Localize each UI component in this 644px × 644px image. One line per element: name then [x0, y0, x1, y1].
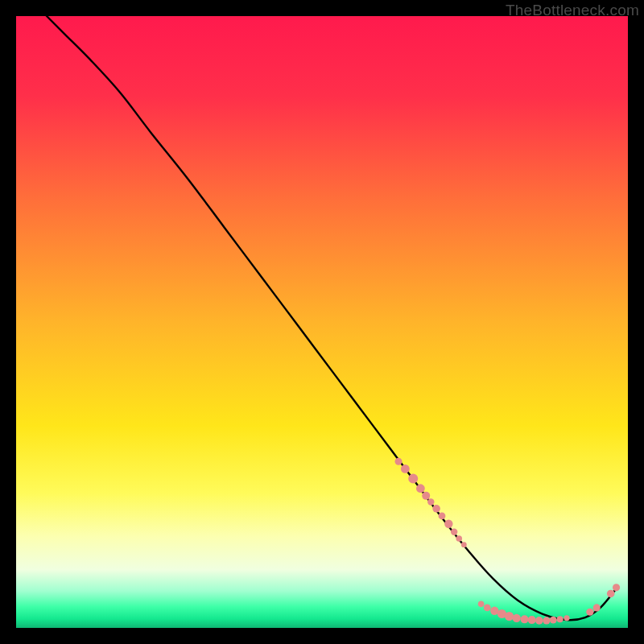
data-dot: [416, 484, 425, 493]
data-dot: [535, 617, 543, 625]
data-dot: [395, 458, 402, 465]
data-dot: [461, 542, 467, 547]
chart-svg: [16, 16, 628, 628]
data-dot: [557, 616, 564, 622]
data-dot: [550, 617, 557, 624]
data-dot: [422, 492, 430, 500]
data-dot: [451, 528, 457, 535]
data-dot: [521, 615, 529, 623]
data-dot: [593, 604, 601, 611]
data-dot: [607, 590, 615, 598]
data-dot: [613, 584, 620, 591]
chart-stage: TheBottleneck.com: [0, 0, 644, 644]
data-dot: [484, 605, 491, 612]
data-dot: [564, 615, 569, 621]
data-dot: [543, 617, 550, 624]
data-dot: [456, 535, 462, 542]
data-dot: [478, 601, 485, 608]
data-dot: [528, 616, 536, 624]
data-dot: [586, 609, 593, 616]
data-dot: [408, 474, 418, 484]
data-dot: [427, 498, 434, 505]
data-dot: [401, 464, 410, 473]
data-dot: [432, 505, 440, 513]
chart-background: [16, 16, 628, 628]
data-dot: [439, 513, 446, 520]
data-dot: [444, 520, 452, 528]
data-dot: [512, 614, 520, 622]
data-dot: [505, 612, 514, 621]
